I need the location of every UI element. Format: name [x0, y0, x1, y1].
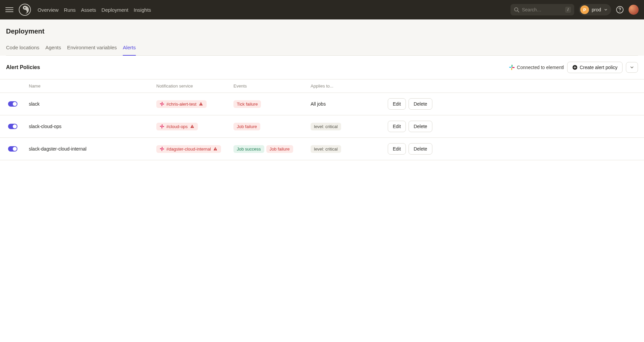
- workspace-badge: P: [580, 5, 589, 14]
- column-notification: Notification service: [152, 79, 229, 93]
- channel-name: #chris-alert-test: [166, 102, 197, 107]
- svg-rect-21: [192, 126, 192, 127]
- chevron-down-icon: [630, 65, 634, 70]
- svg-rect-14: [162, 104, 164, 104]
- search-input[interactable]: [522, 7, 565, 12]
- svg-rect-11: [162, 102, 162, 104]
- nav-runs[interactable]: Runs: [64, 7, 76, 13]
- menu-icon[interactable]: [5, 6, 13, 14]
- connected-status: Connected to elementl: [509, 64, 564, 70]
- slack-icon: [160, 124, 164, 129]
- slack-icon: [160, 102, 164, 106]
- delete-button[interactable]: Delete: [409, 143, 432, 155]
- slack-icon: [509, 64, 515, 70]
- applies-to-tag: level: critical: [311, 145, 341, 153]
- alert-policies-table: Name Notification service Events Applies…: [0, 79, 644, 160]
- user-avatar[interactable]: [629, 5, 639, 15]
- svg-rect-22: [192, 127, 192, 128]
- svg-point-1: [24, 7, 25, 8]
- event-tag: Job failure: [233, 123, 260, 130]
- help-icon[interactable]: [616, 6, 624, 14]
- channel-name: #cloud-ops: [166, 124, 188, 129]
- svg-rect-25: [162, 149, 162, 151]
- search-key-hint: /: [565, 7, 571, 13]
- policy-name: slack-cloud-ops: [24, 115, 152, 138]
- warning-icon: [190, 124, 195, 129]
- svg-rect-24: [160, 149, 162, 149]
- svg-rect-20: [162, 126, 164, 127]
- svg-rect-15: [201, 103, 201, 105]
- nav-insights[interactable]: Insights: [134, 7, 151, 13]
- svg-rect-28: [215, 150, 215, 150]
- workspace-switcher[interactable]: P prod: [579, 4, 611, 15]
- delete-button[interactable]: Delete: [409, 121, 432, 132]
- event-tag: Job success: [233, 145, 264, 153]
- tab-agents[interactable]: Agents: [45, 45, 61, 56]
- notification-channel-tag: #dagster-cloud-internal: [156, 145, 221, 153]
- svg-rect-6: [512, 65, 513, 67]
- section-title: Alert Policies: [6, 64, 40, 70]
- create-alert-policy-label: Create alert policy: [580, 65, 618, 70]
- alerts-toolbar: Alert Policies Connected to elementl Cre…: [0, 56, 644, 79]
- applies-to-tag: level: critical: [311, 123, 341, 130]
- svg-rect-17: [162, 124, 162, 126]
- svg-rect-16: [201, 105, 201, 105]
- policy-name: slack-dagster-cloud-internal: [24, 138, 152, 160]
- warning-icon: [199, 102, 203, 106]
- search-box[interactable]: /: [511, 4, 574, 15]
- tab-alerts[interactable]: Alerts: [123, 45, 136, 56]
- nav-deployment[interactable]: Deployment: [102, 7, 128, 13]
- notification-channel-tag: #chris-alert-test: [156, 100, 207, 108]
- policy-name: slack: [24, 93, 152, 115]
- delete-button[interactable]: Delete: [409, 98, 432, 110]
- plus-circle-icon: [572, 65, 578, 70]
- svg-rect-27: [215, 148, 215, 150]
- svg-rect-7: [509, 67, 512, 68]
- connected-label: Connected to elementl: [517, 65, 564, 70]
- svg-rect-12: [160, 104, 162, 104]
- svg-rect-8: [511, 68, 512, 70]
- slack-icon: [160, 147, 164, 151]
- enable-toggle[interactable]: [8, 146, 17, 152]
- svg-rect-26: [162, 149, 164, 149]
- table-row: slack-cloud-ops #cloud-ops Job failurele…: [0, 115, 644, 138]
- page-title: Deployment: [6, 27, 638, 35]
- enable-toggle[interactable]: [8, 101, 17, 107]
- channel-name: #dagster-cloud-internal: [166, 147, 211, 152]
- column-events: Events: [229, 79, 306, 93]
- tab-code-locations[interactable]: Code locations: [6, 45, 39, 56]
- chevron-down-icon: [604, 8, 608, 12]
- applies-to-text: All jobs: [306, 93, 383, 115]
- page-header: Deployment Code locations Agents Environ…: [0, 19, 644, 56]
- event-tag: Tick failure: [233, 100, 261, 108]
- edit-button[interactable]: Edit: [388, 98, 406, 110]
- svg-rect-18: [160, 126, 162, 127]
- warning-icon: [213, 147, 218, 151]
- column-applies: Applies to...: [306, 79, 383, 93]
- nav-overview[interactable]: Overview: [38, 7, 59, 13]
- svg-point-5: [620, 11, 620, 12]
- svg-rect-9: [512, 67, 515, 68]
- page-tabs: Code locations Agents Environment variab…: [6, 45, 638, 56]
- table-row: slack-dagster-cloud-internal #dagster-cl…: [0, 138, 644, 160]
- notification-channel-tag: #cloud-ops: [156, 123, 198, 130]
- search-icon: [514, 7, 519, 12]
- edit-button[interactable]: Edit: [388, 143, 406, 155]
- tab-environment-variables[interactable]: Environment variables: [67, 45, 117, 56]
- svg-rect-19: [162, 127, 162, 129]
- column-name: Name: [24, 79, 152, 93]
- nav-assets[interactable]: Assets: [81, 7, 96, 13]
- enable-toggle[interactable]: [8, 124, 17, 129]
- table-row: slack #chris-alert-test Tick failureAll …: [0, 93, 644, 115]
- more-actions-button[interactable]: [626, 62, 638, 73]
- topbar: Overview Runs Assets Deployment Insights…: [0, 0, 644, 19]
- event-tag: Job failure: [266, 145, 293, 153]
- main-nav: Overview Runs Assets Deployment Insights: [38, 7, 151, 13]
- svg-line-3: [518, 11, 519, 12]
- app-logo[interactable]: [19, 4, 31, 16]
- edit-button[interactable]: Edit: [388, 121, 406, 132]
- create-alert-policy-button[interactable]: Create alert policy: [567, 62, 623, 73]
- svg-rect-13: [162, 104, 162, 106]
- workspace-name: prod: [592, 7, 601, 12]
- svg-rect-23: [162, 147, 162, 149]
